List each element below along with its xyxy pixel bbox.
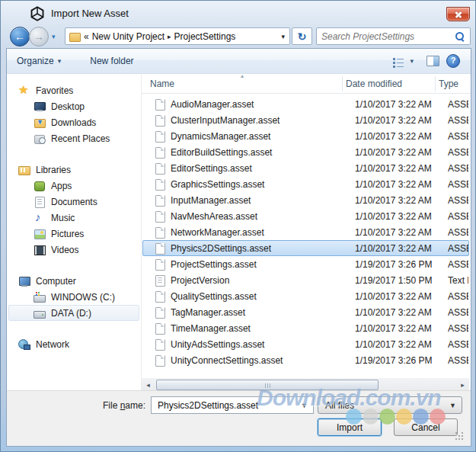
history-dropdown-icon[interactable]: ▾ <box>52 33 56 40</box>
address-dropdown-icon[interactable]: ▾ <box>281 33 286 40</box>
address-bar[interactable]: « New Unity Project ▸ ProjectSettings ▾ <box>65 27 290 45</box>
table-row[interactable]: InputManager.asset 1/10/2017 3:22 AM ASS… <box>142 192 469 208</box>
file-icon <box>154 226 166 239</box>
forward-button[interactable]: → <box>29 27 49 46</box>
preview-pane-icon[interactable] <box>426 56 439 66</box>
file-icon <box>154 290 166 303</box>
breadcrumb-overflow[interactable]: « <box>84 31 89 42</box>
file-type: ASSET F <box>448 323 468 334</box>
file-name-combobox[interactable]: ▼ <box>151 396 314 414</box>
sidebar-item[interactable]: DATA (D:) <box>8 305 139 321</box>
column-header-type[interactable]: Type <box>439 79 458 89</box>
list-view-icon <box>392 56 404 66</box>
chevron-down-icon[interactable]: ▼ <box>296 402 313 409</box>
sidebar-group-computer[interactable]: Computer <box>8 273 139 289</box>
title-bar[interactable]: Import New Asset <box>1 1 475 25</box>
table-row[interactable]: TagManager.asset 1/10/2017 3:22 AM ASSET… <box>142 304 469 320</box>
file-type-value: All files <box>325 400 354 411</box>
file-type: ASSET F <box>448 195 468 206</box>
file-icon <box>154 130 166 143</box>
breadcrumb-item-current[interactable]: ProjectSettings <box>174 31 236 42</box>
file-name-input[interactable] <box>152 400 273 411</box>
back-button[interactable]: ← <box>10 27 30 46</box>
table-row[interactable]: DynamicsManager.asset 1/10/2017 3:22 AM … <box>142 128 469 144</box>
sidebar-item[interactable]: Documents <box>8 194 139 210</box>
table-row[interactable]: UnityConnectSettings.asset 1/19/2017 3:2… <box>142 352 469 368</box>
sidebar-item[interactable]: Desktop <box>8 98 139 114</box>
column-divider[interactable] <box>435 76 436 91</box>
close-button[interactable] <box>446 7 470 21</box>
file-date-modified: 1/10/2017 3:22 AM <box>355 211 448 222</box>
file-name: EditorSettings.asset <box>171 163 355 174</box>
refresh-button[interactable]: ↻ <box>292 27 312 45</box>
scrollbar-thumb[interactable] <box>156 380 379 390</box>
table-row[interactable]: Physics2DSettings.asset 1/10/2017 3:22 A… <box>142 240 469 256</box>
file-date-modified: 1/10/2017 3:22 AM <box>355 131 448 142</box>
file-name: UnityAdsSettings.asset <box>171 339 355 350</box>
file-icon <box>154 306 166 319</box>
search-icon[interactable] <box>455 31 465 42</box>
import-button[interactable]: Import <box>318 418 382 436</box>
scroll-right-icon[interactable]: ▸ <box>456 378 469 391</box>
dialog-footer: File name: ▼ All files ▼ Import Cancel D… <box>7 390 471 446</box>
sidebar-item-label: Apps <box>51 181 72 191</box>
sidebar-group-favorites[interactable]: Favorites <box>8 82 139 98</box>
sidebar-item-label: Downloads <box>51 117 96 128</box>
file-type: ASSET F <box>448 339 468 350</box>
sidebar-group-libraries[interactable]: Libraries <box>8 162 139 178</box>
file-name: GraphicsSettings.asset <box>171 179 355 190</box>
table-row[interactable]: ProjectVersion 1/19/2017 1:50 PM Text Do… <box>142 272 469 288</box>
sidebar-item[interactable]: Recent Places <box>8 130 139 146</box>
search-box[interactable] <box>316 27 471 45</box>
table-row[interactable]: ClusterInputManager.asset 1/10/2017 3:22… <box>142 112 469 128</box>
file-date-modified: 1/10/2017 3:22 AM <box>355 339 448 350</box>
cancel-button[interactable]: Cancel <box>394 418 458 436</box>
sidebar-item[interactable]: Videos <box>8 242 139 258</box>
sidebar-group-label: Favorites <box>36 85 73 96</box>
column-header-date-modified[interactable]: Date modified <box>346 79 402 89</box>
sidebar-group-network[interactable]: Network <box>8 336 139 352</box>
horizontal-scrollbar[interactable]: ◂ ▸ <box>142 378 469 391</box>
breadcrumb-item-root[interactable]: New Unity Project <box>92 31 165 42</box>
change-view-button[interactable]: ▾ <box>386 53 420 69</box>
file-date-modified: 1/10/2017 3:22 AM <box>355 227 448 238</box>
desktop-icon <box>34 101 46 113</box>
resize-grip-icon[interactable] <box>455 432 465 441</box>
table-row[interactable]: EditorSettings.asset 1/10/2017 3:22 AM A… <box>142 160 469 176</box>
breadcrumb-separator-icon[interactable]: ▸ <box>168 33 171 40</box>
table-row[interactable]: ProjectSettings.asset 1/19/2017 3:26 PM … <box>142 256 469 272</box>
table-row[interactable]: TimeManager.asset 1/10/2017 3:22 AM ASSE… <box>142 320 469 336</box>
file-icon <box>154 354 166 367</box>
table-row[interactable]: NetworkManager.asset 1/10/2017 3:22 AM A… <box>142 224 469 240</box>
column-divider[interactable] <box>342 76 343 91</box>
pictures-icon <box>34 228 46 240</box>
file-name: DynamicsManager.asset <box>171 131 355 142</box>
pane-divider <box>141 75 142 390</box>
file-type: ASSET F <box>448 115 468 126</box>
chevron-down-icon: ▾ <box>410 57 414 65</box>
table-row[interactable]: NavMeshAreas.asset 1/10/2017 3:22 AM ASS… <box>142 208 469 224</box>
network-icon <box>18 338 30 351</box>
sidebar-item[interactable]: Pictures <box>8 226 139 242</box>
table-row[interactable]: EditorBuildSettings.asset 1/10/2017 3:22… <box>142 144 469 160</box>
file-name: TimeManager.asset <box>171 323 355 334</box>
table-row[interactable]: GraphicsSettings.asset 1/10/2017 3:22 AM… <box>142 176 469 192</box>
table-row[interactable]: AudioManager.asset 1/10/2017 3:22 AM ASS… <box>142 96 469 112</box>
file-name: InputManager.asset <box>171 195 355 206</box>
column-header-name[interactable]: Name <box>150 79 174 89</box>
file-name: TagManager.asset <box>171 307 355 318</box>
new-folder-label: New folder <box>90 56 133 66</box>
sidebar-item[interactable]: Downloads <box>8 114 139 130</box>
table-row[interactable]: QualitySettings.asset 1/10/2017 3:22 AM … <box>142 288 469 304</box>
scroll-left-icon[interactable]: ◂ <box>142 378 155 391</box>
file-type-combobox[interactable]: All files ▼ <box>318 396 462 414</box>
table-row[interactable]: UnityAdsSettings.asset 1/10/2017 3:22 AM… <box>142 336 469 352</box>
new-folder-button[interactable]: New folder <box>84 53 139 69</box>
sidebar-item[interactable]: Music <box>8 210 139 226</box>
organize-button[interactable]: Organize ▾ <box>11 53 67 69</box>
sidebar-item-label: Pictures <box>51 229 84 239</box>
sidebar-item[interactable]: Apps <box>8 178 139 194</box>
help-icon[interactable] <box>446 54 460 68</box>
search-input[interactable] <box>321 31 455 42</box>
sidebar-item[interactable]: WINDOWS (C:) <box>8 289 139 305</box>
